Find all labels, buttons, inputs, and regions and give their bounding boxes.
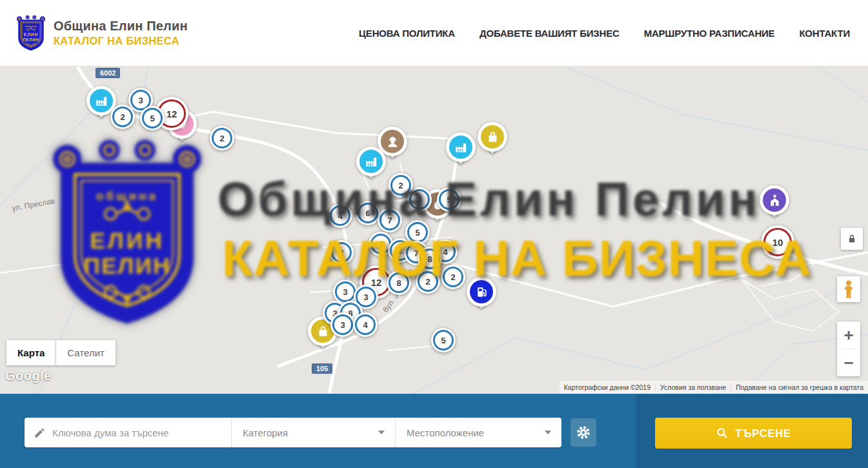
map-cluster-marker[interactable]: 4 bbox=[328, 203, 352, 228]
factory-icon bbox=[359, 150, 383, 173]
cluster-count: 12 bbox=[167, 108, 177, 119]
chevron-down-icon bbox=[545, 431, 551, 434]
road-badge: 6002 bbox=[96, 68, 120, 78]
fuel-icon bbox=[470, 280, 493, 303]
map-lock-button[interactable] bbox=[841, 228, 863, 250]
nav-item-route-schedule[interactable]: МАРШРУТНО РАЗПИСАНИЕ bbox=[644, 28, 775, 39]
cluster-count: 2 bbox=[120, 112, 125, 122]
cluster-count: 5 bbox=[150, 114, 154, 123]
map-cluster-marker[interactable]: 3 bbox=[330, 312, 355, 337]
site-logo[interactable]: Община Елин Пелин КАТАЛОГ НА БИЗНЕСА bbox=[16, 15, 188, 52]
map-cluster-marker[interactable]: 2 bbox=[210, 126, 234, 150]
keyword-field[interactable] bbox=[25, 418, 231, 447]
map-type-map-button[interactable]: Карта bbox=[6, 340, 56, 365]
map-type-satellite-button[interactable]: Сателит bbox=[56, 340, 116, 365]
map-pin-factory[interactable] bbox=[446, 132, 476, 170]
map-pin-fuel[interactable] bbox=[467, 277, 496, 314]
cluster-count: 8 bbox=[427, 254, 432, 264]
attribution-report-link[interactable]: Подаване на сигнал за грешка в картата bbox=[731, 383, 868, 391]
map-zoom-control: + − bbox=[837, 321, 860, 376]
map-cluster-marker[interactable]: 3 bbox=[407, 187, 432, 212]
map-cluster-marker[interactable]: 7 bbox=[378, 208, 402, 232]
cluster-count: 3 bbox=[138, 96, 143, 105]
zoom-in-button[interactable]: + bbox=[837, 321, 860, 349]
category-dropdown-label: Категория bbox=[243, 427, 288, 438]
site-header: Община Елин Пелин КАТАЛОГ НА БИЗНЕСА ЦЕН… bbox=[0, 0, 868, 66]
factory-icon bbox=[449, 136, 472, 159]
zoom-out-button[interactable]: − bbox=[837, 349, 860, 376]
map-cluster-marker[interactable]: 10 bbox=[761, 225, 794, 259]
nav-item-contacts[interactable]: КОНТАКТИ bbox=[799, 28, 850, 39]
road-badge: 105 bbox=[312, 363, 332, 374]
google-logo[interactable]: Google bbox=[5, 369, 52, 383]
cluster-count: 3 bbox=[343, 287, 347, 297]
search-bar: Категория Местоположение ТЪРСЕНЕ bbox=[0, 394, 868, 468]
keyword-search-input[interactable] bbox=[52, 427, 231, 438]
church-icon bbox=[763, 188, 786, 212]
cluster-count: 4 bbox=[338, 211, 342, 221]
cluster-count: 3 bbox=[363, 292, 368, 302]
cluster-count: 6 bbox=[365, 209, 370, 218]
nav-item-add-business[interactable]: ДОБАВЕТЕ ВАШИЯТ БИЗНЕС bbox=[479, 28, 620, 39]
cluster-count: 5 bbox=[415, 228, 419, 238]
cluster-count: 4 bbox=[443, 247, 447, 257]
map-type-control: Карта Сателит bbox=[6, 340, 116, 365]
cluster-count: 5 bbox=[441, 336, 445, 345]
cluster-count: 3 bbox=[340, 320, 345, 330]
map-pin-church[interactable] bbox=[760, 185, 789, 223]
cluster-count: 2 bbox=[425, 277, 430, 287]
cluster-count: 8 bbox=[396, 278, 401, 288]
map-attribution: Картографски данни ©2019 Условия за полз… bbox=[560, 381, 868, 394]
cluster-count: 12 bbox=[371, 277, 382, 288]
search-button[interactable]: ТЪРСЕНЕ bbox=[655, 418, 852, 449]
map-cluster-marker[interactable]: 2 bbox=[329, 240, 354, 265]
logo-title: Община Елин Пелин bbox=[54, 19, 188, 34]
bag-icon bbox=[481, 125, 504, 148]
map-cluster-marker[interactable]: 6 bbox=[356, 201, 380, 225]
cluster-count: 2 bbox=[398, 246, 402, 256]
attribution-data: Картографски данни ©2019 bbox=[560, 383, 655, 391]
map-cluster-marker[interactable]: 5 bbox=[140, 106, 165, 130]
map-canvas[interactable]: 6002 105 ул. Преслав бул. „Новосел 31225… bbox=[0, 66, 868, 394]
municipality-crest-icon bbox=[16, 15, 46, 52]
location-dropdown-label: Местоположение bbox=[407, 427, 484, 438]
chevron-down-icon bbox=[378, 431, 385, 434]
cluster-count: 2 bbox=[219, 134, 224, 143]
search-icon bbox=[716, 427, 729, 440]
factory-icon bbox=[90, 89, 113, 112]
attribution-terms-link[interactable]: Условия за ползване bbox=[655, 383, 731, 391]
cluster-count: 2 bbox=[450, 272, 455, 282]
logo-subtitle: КАТАЛОГ НА БИЗНЕСА bbox=[54, 35, 188, 47]
cluster-count: 2 bbox=[339, 248, 343, 258]
map-cluster-marker[interactable]: 2 bbox=[441, 265, 465, 289]
map-cluster-marker[interactable]: 8 bbox=[418, 247, 442, 271]
cluster-count: 10 bbox=[772, 237, 783, 248]
map-pin-bag[interactable] bbox=[478, 122, 507, 159]
map-cluster-marker[interactable]: 8 bbox=[387, 270, 411, 295]
advanced-settings-button[interactable] bbox=[570, 418, 596, 447]
map-cluster-marker[interactable]: 4 bbox=[353, 312, 378, 337]
lock-icon bbox=[845, 232, 859, 246]
cluster-count: 5 bbox=[447, 195, 451, 205]
map-cluster-marker[interactable]: 5 bbox=[431, 328, 456, 352]
cluster-count: 3 bbox=[417, 195, 421, 205]
search-group: Категория Местоположение bbox=[25, 418, 561, 447]
cluster-count: 4 bbox=[378, 239, 383, 249]
pegman-icon bbox=[841, 280, 856, 299]
map-cluster-marker[interactable]: 2 bbox=[110, 105, 135, 129]
map-cluster-marker[interactable]: 2 bbox=[416, 269, 440, 294]
search-bar-left: Категория Местоположение bbox=[0, 394, 636, 468]
category-dropdown[interactable]: Категория bbox=[231, 418, 395, 447]
nav-item-pricing[interactable]: ЦЕНОВА ПОЛИТИКА bbox=[359, 28, 455, 39]
gear-icon bbox=[576, 425, 591, 440]
map-cluster-marker[interactable]: 5 bbox=[437, 187, 461, 212]
search-button-label: ТЪРСЕНЕ bbox=[735, 427, 791, 440]
map-pin-factory[interactable] bbox=[356, 147, 386, 184]
location-dropdown[interactable]: Местоположение bbox=[395, 418, 561, 447]
pencil-icon bbox=[34, 427, 46, 439]
cluster-count: 2 bbox=[398, 181, 403, 190]
street-view-pegman-button[interactable] bbox=[837, 276, 860, 302]
main-nav: ЦЕНОВА ПОЛИТИКА ДОБАВЕТЕ ВАШИЯТ БИЗНЕС М… bbox=[359, 28, 850, 39]
cluster-count: 4 bbox=[363, 320, 367, 330]
search-bar-right: ТЪРСЕНЕ bbox=[636, 394, 868, 468]
